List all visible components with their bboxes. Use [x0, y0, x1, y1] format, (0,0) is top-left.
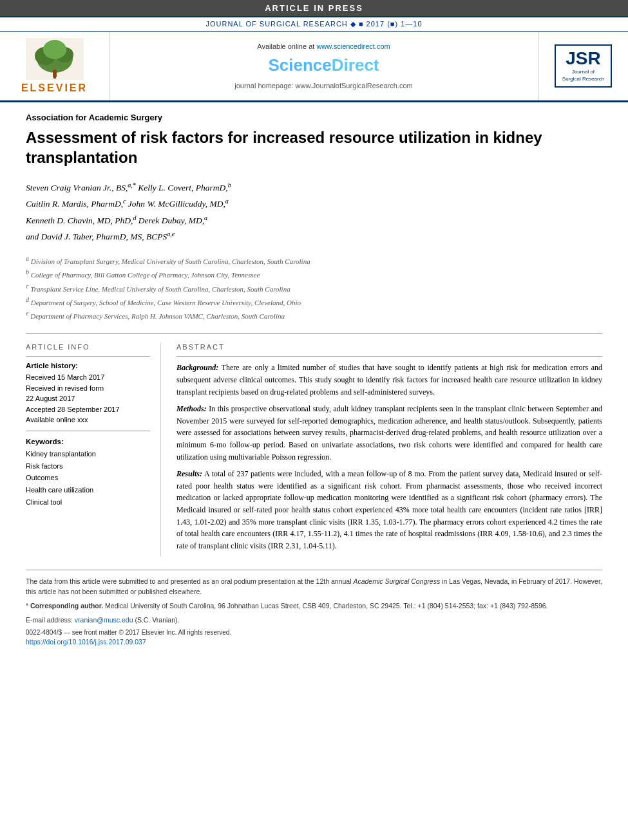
footer-doi: https://doi.org/10.1016/j.jss.2017.09.03… [26, 637, 602, 648]
footer-copyright: 0022-4804/$ — see front matter © 2017 El… [26, 629, 602, 636]
science-direct-area: Available online at www.sciencedirect.co… [109, 32, 538, 100]
jsr-abbr: JSR [562, 50, 604, 68]
jsr-logo-area: JSR Journal ofSurgical Research [538, 32, 628, 100]
keyword-3: Outcomes [26, 472, 150, 484]
right-column: ABSTRACT Background: There are only a li… [176, 343, 602, 557]
abstract-body: Background: There are only a limited num… [176, 362, 602, 552]
jsr-full-name: Journal ofSurgical Research [562, 69, 604, 82]
authors-section: Steven Craig Vranian Jr., BS,a,* Kelly L… [26, 179, 602, 245]
left-column: ARTICLE INFO Article history: Received 1… [26, 343, 161, 557]
available-online: Available online xxx [26, 415, 150, 425]
methods-text: In this prospective observational study,… [176, 404, 602, 461]
received-date: Received 15 March 2017 [26, 372, 150, 383]
journal-homepage-text: journal homepage: www.JournalofSurgicalR… [234, 82, 412, 89]
keywords-list: Kidney transplantation Risk factors Outc… [26, 448, 150, 508]
sd-direct: Direct [332, 55, 379, 75]
keywords-divider [26, 431, 150, 431]
revised-date: Received in revised form22 August 2017 [26, 383, 150, 404]
doi-link[interactable]: https://doi.org/10.1016/j.jss.2017.09.03… [26, 638, 146, 646]
elsevier-logo-area: ELSEVIER [0, 32, 109, 100]
sciencedirect-url-link[interactable]: www.sciencedirect.com [316, 42, 390, 50]
affiliation-e: e Department of Pharmacy Services, Ralph… [26, 308, 602, 322]
association-label: Association for Academic Surgery [26, 113, 602, 122]
author-vranian: Steven Craig Vranian Jr., BS,a,* [26, 183, 136, 192]
sciencedirect-brand: ScienceDirect [269, 55, 379, 75]
background-text: There are only a limited number of studi… [176, 363, 602, 396]
keyword-4: Health care utilization [26, 484, 150, 496]
affiliation-a: a Division of Transplant Surgery, Medica… [26, 254, 602, 267]
affiliation-c: c Transplant Service Line, Medical Unive… [26, 281, 602, 295]
results-label: Results: [176, 469, 202, 478]
results-text: A total of 237 patients were included, w… [176, 469, 602, 550]
author-covert: Kelly L. Covert, PharmD,b [138, 183, 231, 192]
author-chavin: Kenneth D. Chavin, MD, PhD,d [26, 216, 136, 225]
footer-email: E-mail address: vranian@musc.edu (S.C. V… [26, 615, 602, 626]
abstract-methods: Methods: In this prospective observation… [176, 403, 602, 463]
svg-point-6 [53, 70, 57, 73]
jsr-box: JSR Journal ofSurgical Research [555, 44, 612, 88]
affiliation-section: a Division of Transplant Surgery, Medica… [26, 254, 602, 322]
footer-section: The data from this article were submitte… [26, 570, 602, 648]
main-content: Association for Academic Surgery Assessm… [0, 102, 628, 664]
svg-point-5 [43, 40, 66, 59]
email-link[interactable]: vranian@musc.edu [75, 616, 133, 624]
email-note: (S.C. Vranian). [135, 616, 179, 624]
author-mardis: Caitlin R. Mardis, PharmD,c [26, 199, 126, 209]
keywords-label: Keywords: [26, 438, 150, 445]
available-online-text: Available online at www.sciencedirect.co… [257, 42, 390, 50]
top-logo-section: ELSEVIER Available online at www.science… [0, 32, 628, 102]
article-info-divider [26, 356, 150, 357]
journal-header-bar: JOURNAL OF SURGICAL RESEARCH ◆ ■ 2017 (■… [0, 16, 628, 32]
svg-rect-7 [53, 73, 56, 79]
abstract-heading: ABSTRACT [176, 343, 602, 351]
article-title: Assessment of risk factors for increased… [26, 127, 602, 167]
article-info-heading: ARTICLE INFO [26, 343, 150, 351]
footer-note-1: The data from this article were submitte… [26, 577, 602, 597]
elsevier-brand-label: ELSEVIER [21, 82, 88, 94]
affiliation-b: b College of Pharmacy, Bill Gatton Colle… [26, 267, 602, 281]
keyword-2: Risk factors [26, 460, 150, 472]
article-in-press-banner: ARTICLE IN PRESS [0, 0, 628, 16]
article-history-label: Article history: [26, 362, 150, 369]
abstract-background: Background: There are only a limited num… [176, 362, 602, 398]
abstract-results: Results: A total of 237 patients were in… [176, 468, 602, 552]
article-history-text: Received 15 March 2017 Received in revis… [26, 372, 150, 425]
footer-corresponding-author: * Corresponding author. Medical Universi… [26, 601, 602, 611]
sd-science: Science [269, 55, 332, 75]
keyword-5: Clinical tool [26, 496, 150, 509]
accepted-date: Accepted 28 September 2017 [26, 404, 150, 415]
methods-label: Methods: [176, 404, 207, 413]
background-label: Background: [176, 363, 218, 372]
two-col-section: ARTICLE INFO Article history: Received 1… [26, 333, 602, 557]
author-dubay: Derek Dubay, MD,a [138, 216, 207, 225]
elsevier-tree-icon [26, 38, 84, 80]
author-mcgillicuddy: John W. McGillicuddy, MD,a [128, 199, 229, 209]
keyword-1: Kidney transplantation [26, 448, 150, 460]
abstract-divider [176, 356, 602, 357]
affiliation-d: d Department of Surgery, School of Medic… [26, 295, 602, 308]
author-taber: and David J. Taber, PharmD, MS, BCPSa,e [26, 232, 175, 241]
